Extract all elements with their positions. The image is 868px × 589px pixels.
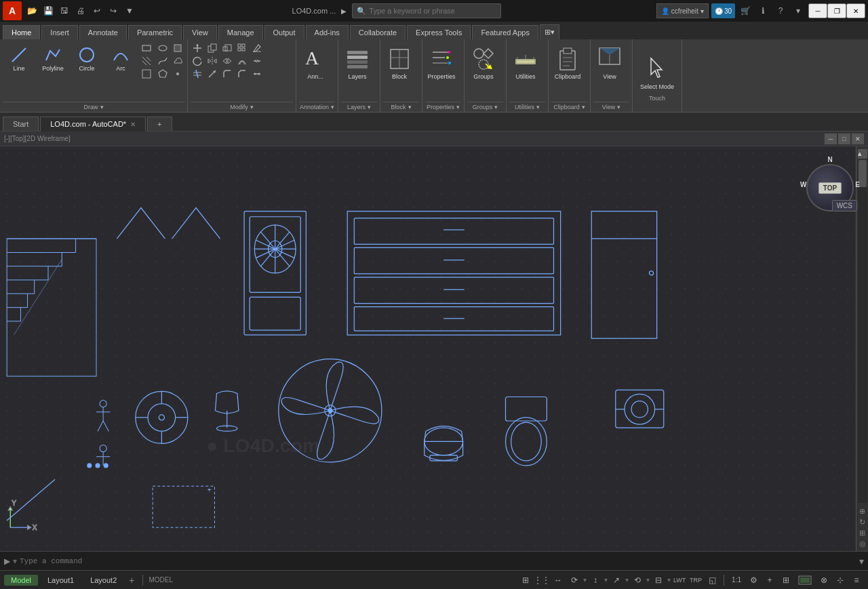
ortho-button[interactable]: ↔ bbox=[551, 573, 566, 587]
annotate-button[interactable]: A Ann... bbox=[299, 42, 332, 83]
move-button[interactable] bbox=[191, 42, 204, 54]
zoom-icon[interactable]: ⊞ bbox=[859, 529, 865, 537]
scale-button[interactable] bbox=[220, 42, 234, 54]
status-tab-model[interactable]: Model bbox=[4, 575, 38, 586]
polar-dropdown[interactable]: ▾ bbox=[583, 576, 587, 584]
hatch-button[interactable] bbox=[140, 55, 155, 67]
revision-cloud-button[interactable] bbox=[171, 55, 184, 67]
offset-button[interactable] bbox=[235, 55, 249, 67]
otrack-dropdown[interactable]: ▾ bbox=[625, 576, 629, 584]
transparency-button[interactable]: TRP bbox=[688, 573, 703, 587]
save-as-button[interactable]: 🖫 bbox=[57, 3, 72, 18]
region-button[interactable] bbox=[156, 68, 170, 80]
doc-tab-add[interactable]: + bbox=[147, 117, 172, 131]
wcs-button[interactable]: WCS bbox=[832, 200, 857, 211]
open-folder-button[interactable]: 📂 bbox=[24, 3, 39, 18]
layers-button[interactable]: Layers bbox=[341, 42, 374, 83]
layout-viewport-button[interactable]: ⊞ bbox=[778, 573, 793, 587]
status-tab-layout1[interactable]: Layout1 bbox=[41, 575, 81, 586]
break-button[interactable] bbox=[250, 55, 264, 67]
arc-button[interactable]: Arc bbox=[104, 42, 137, 75]
command-dropdown-icon[interactable]: ▾ bbox=[13, 556, 17, 566]
tab-collaborate[interactable]: Collaborate bbox=[350, 25, 406, 39]
osnap-dropdown[interactable]: ▾ bbox=[604, 576, 608, 584]
info-button[interactable]: ℹ bbox=[755, 3, 770, 18]
save-button[interactable]: 💾 bbox=[41, 3, 56, 18]
pan-icon[interactable]: ⊕ bbox=[859, 507, 865, 516]
scale-label[interactable]: 1:1 bbox=[728, 575, 745, 585]
add-layout-button[interactable]: + bbox=[126, 575, 137, 586]
block-group-label[interactable]: Block ▾ bbox=[383, 102, 419, 112]
annotate-group-label[interactable]: Annotation ▾ bbox=[299, 102, 335, 112]
gradient-button[interactable] bbox=[140, 68, 155, 80]
stretch-button[interactable] bbox=[220, 55, 234, 67]
mirror-button[interactable] bbox=[205, 55, 219, 67]
rectangle-button[interactable] bbox=[140, 42, 155, 54]
tab-parametric[interactable]: Parametric bbox=[128, 25, 182, 39]
utilities-button[interactable]: Utilities bbox=[509, 42, 542, 83]
doc-tab-autocad[interactable]: LO4D.com - AutoCAD* ✕ bbox=[40, 117, 146, 131]
workspace-plus-button[interactable]: + bbox=[762, 573, 777, 587]
view-button[interactable]: View bbox=[593, 42, 626, 83]
tab-extra[interactable]: ⊞▾ bbox=[540, 24, 559, 39]
help-button[interactable]: ? bbox=[773, 3, 788, 18]
grid-button[interactable]: ⊞ bbox=[518, 573, 533, 587]
tab-manage[interactable]: Manage bbox=[218, 25, 263, 39]
join-button[interactable] bbox=[250, 68, 264, 80]
search-input[interactable] bbox=[369, 7, 491, 15]
block-button[interactable]: Block bbox=[383, 42, 416, 83]
full-screen-button[interactable]: ⊹ bbox=[833, 573, 848, 587]
tab-view[interactable]: View bbox=[183, 25, 217, 39]
dynin-dropdown[interactable]: ▾ bbox=[667, 576, 671, 584]
viewport-close-button[interactable]: ✕ bbox=[852, 134, 864, 144]
hardware-acceleration-button[interactable] bbox=[795, 573, 815, 587]
rotate-button[interactable] bbox=[191, 55, 204, 67]
groups-button[interactable]: Groups bbox=[467, 42, 500, 83]
clipboard-group-label[interactable]: Clipboard ▾ bbox=[551, 102, 587, 112]
scroll-up-button[interactable]: ▴ bbox=[858, 149, 867, 159]
groups-group-label[interactable]: Groups ▾ bbox=[467, 102, 503, 112]
restore-window-button[interactable]: ❐ bbox=[827, 3, 846, 18]
utilities-group-label[interactable]: Utilities ▾ bbox=[509, 102, 545, 112]
dynamic-ucs-button[interactable]: ⟲ bbox=[630, 573, 645, 587]
circle-button[interactable]: Circle bbox=[71, 42, 103, 75]
user-badge[interactable]: 👤 ccfreiheit ▾ bbox=[656, 3, 709, 18]
customize-button[interactable]: ≡ bbox=[849, 573, 864, 587]
more-tools-button[interactable]: ▼ bbox=[122, 3, 137, 18]
tab-annotate[interactable]: Annotate bbox=[79, 25, 127, 39]
array-button[interactable] bbox=[235, 42, 249, 54]
line-button[interactable]: Line bbox=[3, 42, 35, 75]
ducs-dropdown[interactable]: ▾ bbox=[646, 576, 650, 584]
wipeout-button[interactable] bbox=[171, 42, 184, 54]
tab-featured-apps[interactable]: Featured Apps bbox=[472, 25, 538, 39]
layers-group-label[interactable]: Layers ▾ bbox=[341, 102, 377, 112]
doc-tab-start[interactable]: Start bbox=[3, 117, 39, 131]
properties-button[interactable]: Properties bbox=[425, 42, 458, 83]
minimize-window-button[interactable]: ─ bbox=[808, 3, 827, 18]
tab-insert[interactable]: Insert bbox=[41, 25, 78, 39]
lineweight-button[interactable]: LWT bbox=[672, 573, 687, 587]
object-snap-track-button[interactable]: ↗ bbox=[609, 573, 624, 587]
redo-button[interactable]: ↪ bbox=[106, 3, 121, 18]
tab-express-tools[interactable]: Express Tools bbox=[407, 25, 471, 39]
spline-button[interactable] bbox=[156, 55, 170, 67]
fillet-button[interactable] bbox=[220, 68, 234, 80]
point-button[interactable] bbox=[171, 68, 184, 80]
look-icon[interactable]: ◎ bbox=[859, 540, 866, 548]
snap-button[interactable]: ⋮⋮ bbox=[534, 573, 549, 587]
settings-button[interactable]: ⚙ bbox=[746, 573, 761, 587]
view-group-label[interactable]: View ▾ bbox=[593, 102, 629, 112]
properties-group-label[interactable]: Properties ▾ bbox=[425, 102, 461, 112]
compass-top-button[interactable]: TOP bbox=[818, 182, 842, 194]
undo-button[interactable]: ↩ bbox=[90, 3, 104, 18]
search-bar[interactable]: 🔍 bbox=[352, 3, 501, 18]
modify-group-label[interactable]: Modify ▾ bbox=[191, 102, 293, 112]
tab-output[interactable]: Output bbox=[264, 25, 304, 39]
selection-cycling-button[interactable]: ◱ bbox=[705, 573, 719, 587]
viewport-minimize-button[interactable]: ─ bbox=[825, 134, 837, 144]
print-button[interactable]: 🖨 bbox=[73, 3, 88, 18]
command-input[interactable] bbox=[20, 557, 856, 565]
erase-button[interactable] bbox=[250, 42, 264, 54]
close-window-button[interactable]: ✕ bbox=[846, 3, 865, 18]
dynamic-input-button[interactable]: ⊟ bbox=[651, 573, 666, 587]
